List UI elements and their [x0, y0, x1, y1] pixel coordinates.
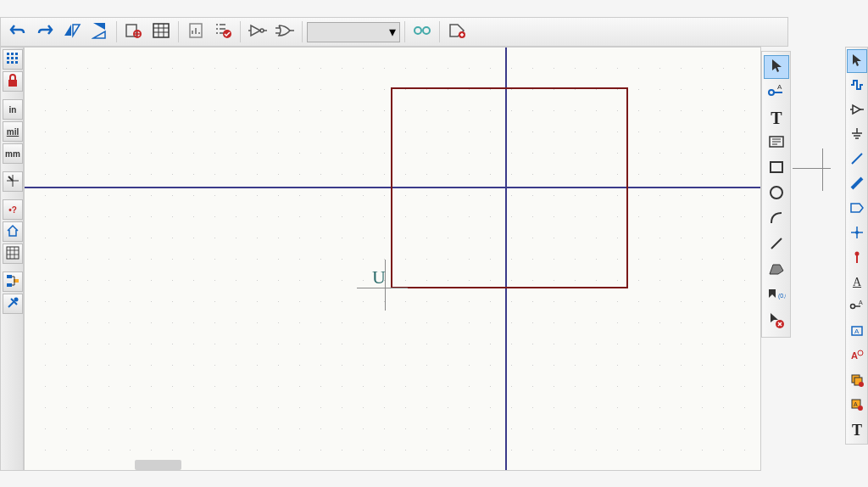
layer-dropdown[interactable]: ▾ — [307, 22, 400, 42]
buffer-icon — [849, 103, 865, 119]
rectangle-icon — [769, 160, 784, 177]
noconnect-button[interactable] — [847, 246, 867, 270]
table-button[interactable] — [148, 20, 174, 45]
svg-rect-42 — [852, 400, 860, 408]
svg-rect-20 — [7, 275, 12, 278]
mirror-h-button[interactable] — [59, 20, 85, 45]
svg-point-41 — [859, 382, 864, 387]
line-icon — [769, 236, 784, 255]
svg-rect-19 — [7, 247, 19, 259]
probe-button[interactable]: A — [847, 295, 867, 319]
separator — [178, 21, 179, 42]
circle-icon — [769, 185, 784, 204]
select-tool-button[interactable] — [764, 55, 789, 79]
drawn-rectangle[interactable] — [391, 87, 628, 288]
hierarchy-button[interactable] — [3, 271, 23, 292]
mini-divider-h — [793, 168, 831, 169]
select2-button[interactable] — [847, 49, 867, 73]
junction-button[interactable] — [847, 221, 867, 245]
chevron-down-icon: ▾ — [389, 24, 396, 40]
mirror-v-button[interactable] — [86, 20, 112, 45]
list-check-icon — [214, 22, 232, 42]
sheet-button[interactable]: A — [847, 320, 867, 344]
copy-button[interactable] — [847, 369, 867, 393]
svg-rect-21 — [14, 279, 19, 283]
svg-rect-27 — [771, 162, 782, 172]
list-check-button[interactable] — [210, 20, 236, 45]
svg-rect-14 — [15, 57, 18, 59]
separator — [116, 21, 117, 42]
svg-point-7 — [423, 27, 430, 34]
buffer-button[interactable] — [847, 98, 867, 122]
grid-toggle-button[interactable] — [3, 49, 23, 70]
svg-rect-17 — [15, 61, 18, 64]
lock-button[interactable] — [3, 71, 23, 92]
cursor-icon — [6, 174, 19, 189]
home-button[interactable] — [3, 221, 23, 242]
link-button[interactable] — [409, 20, 435, 45]
properties-button[interactable] — [121, 20, 147, 45]
canvas[interactable]: U — [24, 47, 761, 471]
anchor-tool-button[interactable]: (0,0) — [764, 284, 789, 308]
unit-in-button[interactable]: in — [3, 99, 23, 120]
wire-button[interactable] — [847, 148, 867, 171]
svg-rect-39 — [852, 375, 860, 383]
svg-point-33 — [851, 304, 855, 308]
line-tool-button[interactable] — [764, 233, 789, 257]
hierarchy-icon — [6, 274, 19, 289]
svg-rect-18 — [8, 80, 17, 87]
redo-button[interactable] — [32, 20, 58, 45]
svg-point-32 — [855, 251, 860, 255]
textbox-tool-button[interactable] — [764, 132, 789, 155]
horizontal-scrollbar-thumb[interactable] — [135, 460, 181, 470]
svg-text:A: A — [777, 84, 782, 91]
pin-tool-button[interactable]: A — [764, 81, 789, 104]
top-toolbar: ▾ — [0, 17, 788, 47]
unit-mil-button[interactable]: mil — [3, 121, 23, 142]
ground-icon — [850, 126, 864, 144]
text-a-icon: A — [849, 350, 865, 364]
undo-button[interactable] — [5, 20, 31, 45]
text-t-button[interactable]: T — [847, 418, 867, 442]
bus-button[interactable] — [847, 172, 867, 196]
tag-button[interactable] — [444, 20, 470, 45]
unit-mm-button[interactable]: mm — [3, 143, 23, 164]
circle-tool-button[interactable] — [764, 182, 789, 206]
arc-tool-button[interactable] — [764, 208, 789, 232]
separator — [302, 21, 303, 42]
anchor-icon: (0,0) — [767, 288, 786, 305]
spreadsheet-button[interactable] — [3, 244, 23, 264]
not-gate-button[interactable] — [245, 20, 270, 45]
delete-tool-button[interactable] — [764, 310, 789, 333]
text-tool-button[interactable]: T — [764, 106, 789, 130]
text-a-button[interactable]: A — [847, 344, 867, 368]
paste-button[interactable]: A — [847, 394, 867, 417]
right-toolbar: A T (0,0) — [761, 51, 791, 338]
help-button[interactable]: •? — [3, 199, 23, 220]
svg-text:(0,0): (0,0) — [778, 293, 786, 299]
svg-rect-15 — [7, 61, 9, 64]
polygon-tool-button[interactable] — [764, 259, 789, 283]
svg-point-24 — [769, 90, 774, 95]
svg-point-6 — [415, 27, 421, 34]
svg-rect-16 — [11, 61, 14, 64]
separator — [439, 21, 440, 42]
report-button[interactable] — [183, 20, 209, 45]
tune-button[interactable] — [847, 74, 867, 98]
svg-rect-35 — [852, 327, 862, 335]
or-gate-icon — [275, 23, 295, 41]
rectangle-tool-button[interactable] — [764, 157, 789, 181]
cursor-origin-button[interactable] — [3, 171, 23, 192]
svg-rect-22 — [7, 283, 12, 287]
netlabel-button[interactable] — [847, 197, 867, 221]
ground-button[interactable] — [847, 123, 867, 147]
svg-point-8 — [459, 31, 465, 38]
or-gate-button[interactable] — [272, 20, 298, 45]
polygon-icon — [768, 262, 785, 279]
svg-rect-40 — [854, 378, 862, 385]
align-button[interactable]: A — [847, 271, 867, 294]
unit-mil-label: mil — [7, 127, 19, 137]
tools-button[interactable] — [3, 294, 23, 314]
table-icon — [153, 23, 170, 41]
svg-point-23 — [14, 298, 19, 302]
